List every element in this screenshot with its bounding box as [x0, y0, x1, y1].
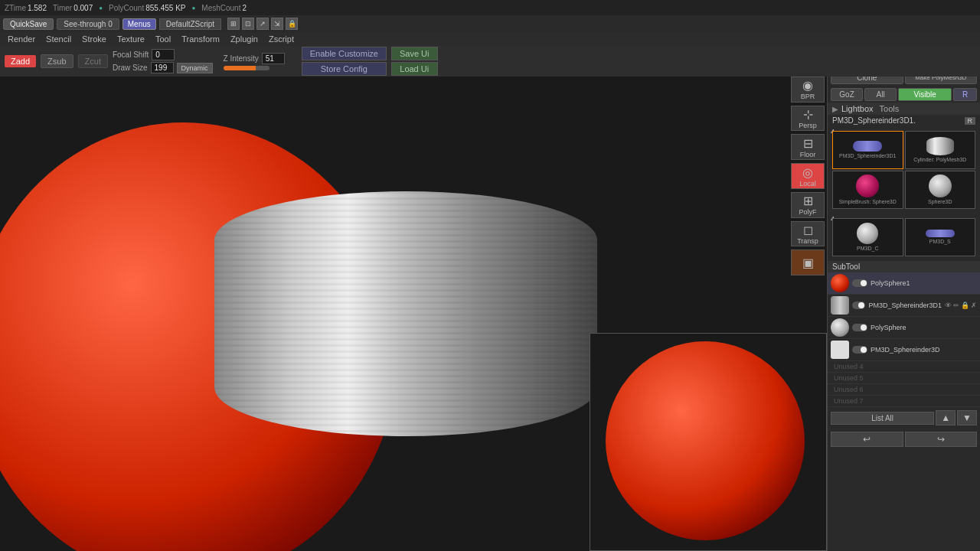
subtool-preview-1: [831, 296, 849, 315]
tool-thumbs: PM3D_Sphereinder3D1 Cylinder: PolyMesh3D…: [829, 128, 978, 212]
nav-icon-1[interactable]: ⊞: [227, 18, 240, 30]
tool-thumb-0[interactable]: PM3D_Sphereinder3D1: [832, 131, 903, 169]
nav-icon-2[interactable]: ⊡: [242, 18, 254, 30]
viewport[interactable]: [0, 77, 827, 551]
subtool-item-3[interactable]: PM3D_Sphereinder3D: [828, 339, 980, 361]
arrow-left-button[interactable]: ↩: [831, 432, 903, 447]
subtool-eye-icon[interactable]: 👁: [945, 302, 952, 309]
timer-val: 0.007: [74, 4, 93, 12]
intensity-slider[interactable]: [224, 66, 270, 70]
menu-transform[interactable]: Transform: [177, 34, 224, 44]
subtool-header[interactable]: SubTool: [828, 261, 980, 272]
subtool-toggle-3[interactable]: [852, 346, 867, 354]
material-icon: ▣: [802, 256, 814, 270]
all-button[interactable]: All: [864, 88, 897, 101]
menu-texture[interactable]: Texture: [113, 34, 149, 44]
menu-zscript[interactable]: Zscript: [264, 34, 299, 44]
draw-val[interactable]: 199: [151, 62, 174, 73]
subtool-item-2[interactable]: PolySphere: [828, 317, 980, 339]
focal-row: Focal Shift 0: [113, 49, 213, 60]
arrow-up-button[interactable]: ▲: [936, 410, 956, 425]
floor-button[interactable]: ⊟ Floor: [791, 134, 825, 160]
top-bar: ZTime 1.582 Timer 0.007 ● PolyCount 855.…: [0, 0, 980, 15]
lightbox-arrow-icon: ▶: [832, 105, 838, 113]
lightbox-row[interactable]: ▶ Lightbox Tools: [828, 103, 980, 115]
menu-tool[interactable]: Tool: [151, 34, 175, 44]
subtool-name-3: PM3D_Sphereinder3D: [871, 346, 977, 354]
bpr-icon: ◉: [802, 78, 813, 93]
subtool-hide-icon[interactable]: ✗: [971, 302, 977, 309]
tool-thumb-5[interactable]: PM3D_S: [905, 218, 976, 256]
quicksave-button[interactable]: QuickSave: [3, 18, 54, 30]
transp-button[interactable]: ◻ Transp: [791, 221, 825, 247]
tool-thumb-4[interactable]: PM3D_C: [832, 218, 903, 256]
persp-label: Persp: [799, 122, 817, 129]
polycnt-stat: PolyCount 855.455 KP: [109, 4, 185, 12]
defaultzscript-button[interactable]: DefaultZScript: [159, 18, 221, 30]
save-ui-button[interactable]: Save Ui: [391, 47, 438, 60]
menu-stencil[interactable]: Stencil: [41, 34, 76, 44]
subtool-name-0: PolySphere1: [871, 279, 977, 287]
thumb-bar2-shape: [926, 230, 955, 237]
enable-customize-button[interactable]: Enable Customize: [302, 47, 387, 60]
intensity-label: Z Intensity: [224, 54, 259, 63]
subtool-lock-icon[interactable]: 🔒: [961, 302, 969, 309]
zadd-button[interactable]: Zadd: [5, 55, 36, 67]
thumb-cylinder-shape: [926, 137, 954, 155]
nav-icon-4[interactable]: ⇲: [271, 18, 283, 30]
local-button[interactable]: ◎ Local: [791, 163, 825, 189]
tool-thumb-1[interactable]: Cylinder: PolyMesh3D: [905, 131, 976, 169]
dynamic-button[interactable]: Dynamic: [177, 63, 213, 73]
r-badge[interactable]: R: [965, 117, 976, 125]
mini-viewport[interactable]: [590, 333, 827, 551]
time-val: 1.582: [28, 4, 47, 12]
persp-button[interactable]: ⊹ Persp: [791, 106, 825, 132]
tool-thumb-3[interactable]: Sphere3D: [905, 171, 976, 209]
list-all-button[interactable]: List All: [831, 412, 934, 425]
subtool-toggle-2[interactable]: [852, 324, 867, 331]
goz-row: GoZ All Visible R: [828, 86, 980, 103]
tool-thumb-2[interactable]: SimpleBrush: Sphere3D: [832, 171, 903, 209]
material-button[interactable]: ▣: [791, 249, 825, 276]
arrow-down-button[interactable]: ▼: [957, 410, 977, 425]
subtool-brush-icon[interactable]: ✏: [953, 302, 959, 309]
unused-4: Unused 4: [828, 361, 980, 373]
draw-row: Draw Size 199 Dynamic: [113, 62, 213, 73]
menu-render[interactable]: Render: [3, 34, 40, 44]
subtool-preview-0: [831, 274, 849, 292]
thumb-label-1: Cylinder: PolyMesh3D: [913, 157, 966, 163]
bpr-button[interactable]: ◉ BPR: [791, 77, 825, 103]
subtool-name-1: PM3D_Sphereinder3D1: [868, 302, 942, 309]
thumb-simplebrush-shape: [856, 174, 879, 197]
thumb-label-2: SimpleBrush: Sphere3D: [839, 199, 897, 205]
pm3d-row: PM3D_Sphereinder3D1. R: [828, 115, 980, 126]
r-button[interactable]: R: [953, 88, 977, 101]
meshcnt-label: MeshCount: [201, 4, 240, 12]
menus-button[interactable]: Menus: [122, 18, 156, 30]
zcut-button[interactable]: Zcut: [78, 54, 108, 68]
subtool-item-1[interactable]: PM3D_Sphereinder3D1 👁 ✏ 🔒 ✗: [828, 295, 980, 317]
subtool-toggle-1[interactable]: [852, 302, 865, 309]
polyf-icon: ⊞: [803, 194, 813, 208]
visible-button[interactable]: Visible: [898, 88, 952, 101]
focal-val[interactable]: 0: [152, 49, 175, 60]
menu-stroke[interactable]: Stroke: [77, 34, 111, 44]
nav-icon-3[interactable]: ↗: [256, 18, 269, 30]
store-config-button[interactable]: Store Config: [302, 62, 387, 76]
arrow-right-button[interactable]: ↪: [905, 432, 978, 447]
seethrough-button[interactable]: See-through 0: [57, 18, 119, 30]
menu-zplugin[interactable]: Zplugin: [226, 34, 263, 44]
polyf-label: PolyF: [799, 208, 816, 216]
list-all-row: List All ▲ ▼: [828, 407, 980, 429]
subtool-preview-2: [831, 318, 849, 337]
nav-icon-5[interactable]: 🔒: [286, 18, 298, 30]
subtool-item-0[interactable]: PolySphere1: [828, 272, 980, 295]
subtool-toggle-0[interactable]: [852, 279, 867, 287]
load-ui-button[interactable]: Load Ui: [391, 62, 438, 76]
polyf-button[interactable]: ⊞ PolyF: [791, 192, 825, 218]
zsub-button[interactable]: Zsub: [41, 54, 73, 68]
intensity-val[interactable]: 51: [262, 53, 285, 64]
polycnt-val: 855.455 KP: [145, 4, 185, 12]
subtool-icons-1: 👁 ✏ 🔒 ✗: [945, 302, 977, 309]
goz-button[interactable]: GoZ: [831, 88, 863, 101]
